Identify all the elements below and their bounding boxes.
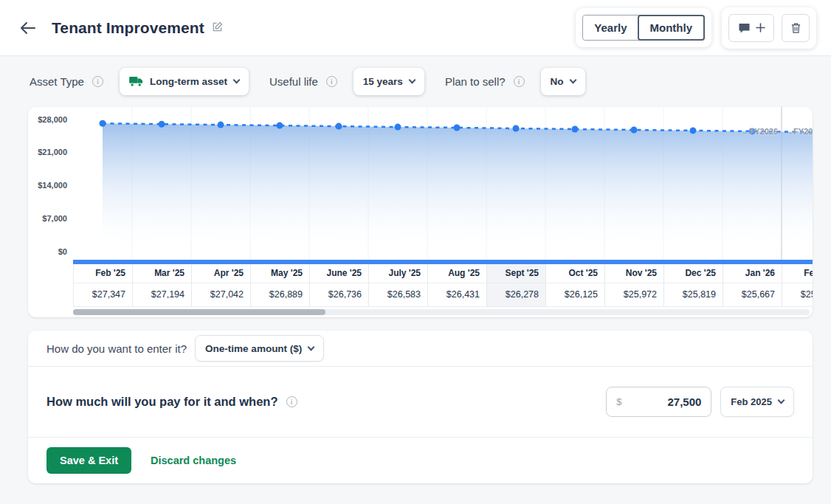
- month-value-cell: $27,042: [192, 283, 251, 306]
- purchase-month-dropdown[interactable]: Feb 2025: [720, 387, 794, 417]
- page-header: Tenant Improvement Yearly Monthly: [0, 0, 831, 56]
- horizontal-scrollbar-thumb[interactable]: [73, 309, 325, 315]
- month-header-cell: Feb '25: [74, 264, 133, 283]
- amount-info-icon[interactable]: i: [286, 396, 297, 407]
- footer-actions-section: Save & Exit Discard changes: [28, 438, 813, 483]
- month-value-row: $27,347$27,194$27,042$26,889$26,736$26,5…: [73, 283, 813, 307]
- useful-life-label: Useful life: [269, 75, 318, 88]
- useful-life-info-icon[interactable]: i: [326, 76, 337, 87]
- data-point[interactable]: [100, 120, 106, 127]
- y-axis-tick: $21,000: [28, 148, 67, 156]
- trash-icon: [790, 22, 801, 34]
- data-point[interactable]: [454, 125, 461, 131]
- plan-to-sell-value: No: [551, 76, 564, 87]
- amount-input[interactable]: [622, 396, 702, 408]
- month-header-cell: Apr '25: [192, 264, 251, 283]
- month-value-cell: $25,972: [605, 283, 664, 306]
- asset-detail-page: Tenant Improvement Yearly Monthly: [0, 0, 831, 504]
- data-point[interactable]: [277, 122, 283, 129]
- page-title: Tenant Improvement: [52, 19, 204, 37]
- useful-life-dropdown[interactable]: 15 years: [354, 68, 424, 95]
- y-axis-tick: $14,000: [28, 181, 67, 190]
- plan-to-sell-label: Plan to sell?: [445, 75, 506, 88]
- month-header-cell: Jan '26: [723, 264, 782, 283]
- month-value-cell: $25,819: [664, 283, 723, 306]
- asset-type-dropdown[interactable]: Long-term asset: [120, 68, 249, 95]
- data-point[interactable]: [513, 125, 520, 132]
- data-point[interactable]: [631, 127, 638, 134]
- y-axis-tick: $7,000: [28, 214, 67, 223]
- month-header-cell: Feb '26: [782, 264, 813, 283]
- purchase-month-value: Feb 2025: [731, 396, 772, 407]
- month-value-cell: $26,736: [310, 283, 369, 306]
- month-value-cell: $26,889: [251, 283, 310, 306]
- chevron-down-icon: [408, 77, 416, 84]
- month-value-cell: $26,431: [428, 283, 487, 306]
- add-comment-button[interactable]: [728, 14, 774, 42]
- amount-question-label: How much will you pay for it and when?: [46, 395, 278, 409]
- plus-icon: [756, 23, 765, 32]
- useful-life-value: 15 years: [363, 76, 403, 87]
- asset-type-label: Asset Type: [30, 75, 84, 88]
- y-axis-tick: $28,000: [28, 115, 67, 124]
- month-header-cell: Nov '25: [605, 264, 664, 283]
- month-header-cell: May '25: [251, 264, 310, 283]
- asset-controls-row: Asset Type i Long-term asset Useful life…: [30, 68, 585, 95]
- depreciation-chart-card: $28,000$21,000$14,000$7,000$0 ←FY2026 →F…: [28, 107, 813, 317]
- chevron-down-icon: [308, 343, 315, 351]
- data-point[interactable]: [159, 121, 165, 128]
- month-value-cell: $26,583: [369, 283, 428, 306]
- period-toggle: Yearly Monthly: [582, 15, 705, 41]
- month-header-row: Feb '25Mar '25Apr '25May '25June '25July…: [73, 264, 813, 283]
- fy2027-marker: →FY2027: [785, 127, 813, 136]
- plan-to-sell-info-icon[interactable]: i: [514, 76, 525, 87]
- entry-method-value: One-time amount ($): [205, 343, 302, 354]
- purchase-entry-card: How do you want to enter it? One-time am…: [28, 331, 813, 483]
- plan-to-sell-dropdown[interactable]: No: [541, 68, 585, 95]
- entry-method-label: How do you want to enter it?: [46, 342, 187, 355]
- month-value-cell: $26,125: [546, 283, 605, 306]
- data-point[interactable]: [336, 123, 342, 130]
- month-value-cell: $25,514: [782, 283, 813, 306]
- month-value-cell: $27,194: [133, 283, 192, 306]
- month-header-cell: June '25: [310, 264, 369, 283]
- currency-symbol: $: [616, 396, 621, 407]
- discard-changes-link[interactable]: Discard changes: [151, 455, 236, 466]
- comment-icon: [738, 23, 751, 33]
- toggle-yearly[interactable]: Yearly: [583, 15, 638, 40]
- save-exit-button[interactable]: Save & Exit: [46, 447, 131, 474]
- asset-type-info-icon[interactable]: i: [92, 76, 103, 87]
- month-value-cell: $26,278: [487, 283, 546, 306]
- data-point[interactable]: [690, 127, 697, 134]
- delete-button[interactable]: [782, 14, 810, 42]
- depreciation-area-chart: [73, 107, 813, 260]
- chevron-down-icon: [778, 397, 785, 404]
- data-point[interactable]: [395, 124, 401, 131]
- asset-type-value: Long-term asset: [150, 76, 227, 87]
- month-value-cell: $27,347: [74, 283, 133, 306]
- data-point[interactable]: [218, 122, 224, 128]
- horizontal-scrollbar-track[interactable]: [73, 309, 810, 315]
- fy2026-marker: ←FY2026: [741, 127, 778, 136]
- y-axis-tick: $0: [28, 247, 67, 256]
- month-header-cell: Oct '25: [546, 264, 605, 283]
- truck-icon: [129, 77, 143, 87]
- arrow-left-icon: [19, 21, 35, 35]
- month-header-cell: July '25: [369, 264, 428, 283]
- amount-section: How much will you pay for it and when? i…: [28, 367, 813, 438]
- back-button[interactable]: [15, 15, 40, 41]
- month-header-cell: Aug '25: [428, 264, 487, 283]
- data-point[interactable]: [572, 126, 579, 133]
- toggle-monthly[interactable]: Monthly: [638, 15, 706, 41]
- month-value-cell: $25,667: [723, 283, 782, 306]
- period-toggle-card: Yearly Monthly: [576, 8, 711, 47]
- chevron-down-icon: [569, 77, 576, 84]
- month-header-cell: Dec '25: [664, 264, 723, 283]
- month-header-cell: Mar '25: [133, 264, 192, 283]
- entry-method-section: How do you want to enter it? One-time am…: [28, 331, 813, 367]
- amount-input-group: $: [606, 387, 711, 417]
- entry-method-dropdown[interactable]: One-time amount ($): [195, 335, 324, 362]
- chevron-down-icon: [233, 77, 241, 84]
- header-actions-card: [722, 7, 816, 49]
- edit-title-icon[interactable]: [212, 21, 223, 35]
